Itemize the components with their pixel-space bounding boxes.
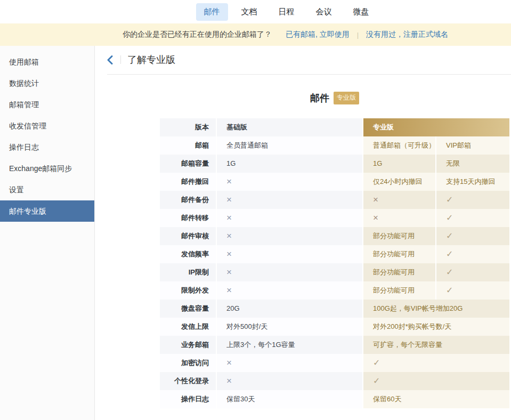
row-label: 发信上限 [160,318,216,336]
pro-value: VIP邮箱 [436,136,509,155]
sidebar-item-4[interactable]: 收发信管理 [0,115,94,136]
sidebar-item-8[interactable]: 邮件专业版 [0,200,94,222]
basic-value: 1G [217,155,362,173]
header-basic: 基础版 [217,118,362,136]
page-header: 了解专业版 [107,52,511,67]
row-label: 个性化登录 [160,372,216,390]
nav-tab-1[interactable]: 邮件 [196,3,228,21]
pro-check-icon: ✓ [363,372,509,390]
basic-cross-icon: × [217,372,362,390]
sidebar-item-6[interactable]: Exchange邮箱同步 [0,158,94,179]
basic-cross-icon: × [217,227,362,245]
pro-cross-icon: × [363,209,435,227]
pro-value: 1G [363,155,435,173]
sidebar-item-3[interactable]: 邮箱管理 [0,94,94,115]
nav-tab-4[interactable]: 会议 [316,3,332,21]
row-label: 邮件审核 [160,227,216,245]
header-version: 版本 [160,118,216,136]
sidebar-item-1[interactable]: 使用邮箱 [0,51,94,72]
sidebar-item-7[interactable]: 设置 [0,179,94,200]
banner-question: 你的企业是否已经有正在使用的企业邮箱了？ [123,30,272,39]
comparison-table: 版本基础版专业版邮箱全员普通邮箱普通邮箱（可升级）VIP邮箱邮箱容量1G1G无限… [160,118,509,408]
nav-tab-5[interactable]: 微盘 [353,3,369,21]
row-label: 业务邮箱 [160,336,216,354]
row-label: 邮件转移 [160,209,216,227]
pro-check-icon: ✓ [363,354,509,372]
pro-value: 部分功能可用 [363,263,435,281]
main-content: 了解专业版 邮件专业版 版本基础版专业版邮箱全员普通邮箱普通邮箱（可升级）VIP… [95,46,511,420]
top-nav: 邮件文档日程会议微盘 [0,0,511,23]
banner-link-existing-mailbox[interactable]: 已有邮箱, 立即使用 [286,30,350,39]
table-title-text: 邮件 [310,93,329,103]
row-label: 发信频率 [160,245,216,263]
notice-banner: 你的企业是否已经有正在使用的企业邮箱了？ 已有邮箱, 立即使用 | 没有用过，注… [0,23,511,46]
pro-check-icon: ✓ [436,263,509,281]
basic-cross-icon: × [217,191,362,209]
chevron-left-icon [107,55,113,64]
nav-tab-2[interactable]: 文档 [241,3,257,21]
sidebar-item-2[interactable]: 数据统计 [0,72,94,94]
basic-value: 全员普通邮箱 [217,136,362,155]
basic-cross-icon: × [217,354,362,372]
pro-value: 100G起，每VIP帐号增加20G [363,300,509,318]
sidebar-item-5[interactable]: 操作日志 [0,136,94,158]
basic-value: 对外500封/天 [217,318,362,336]
pro-check-icon: ✓ [436,209,509,227]
pro-check-icon: ✓ [436,191,509,209]
pro-value: 普通邮箱（可升级） [363,136,435,155]
page-title: 了解专业版 [127,53,175,66]
basic-cross-icon: × [217,173,362,191]
pro-value: 仅24小时内撤回 [363,173,435,191]
basic-cross-icon: × [217,281,362,300]
pro-check-icon: ✓ [436,245,509,263]
nav-tabs: 邮件文档日程会议微盘 [193,3,380,21]
basic-cross-icon: × [217,245,362,263]
table-title: 邮件专业版 [160,92,509,106]
row-label: 微盘容量 [160,300,216,318]
basic-value: 保留30天 [217,390,362,408]
pro-value: 部分功能可用 [363,281,435,300]
header-pro: 专业版 [363,118,509,136]
banner-link-register-domain[interactable]: 没有用过，注册正式域名 [366,30,448,39]
pro-cross-icon: × [363,191,435,209]
pro-check-icon: ✓ [436,227,509,245]
banner-separator: | [357,31,359,39]
basic-cross-icon: × [217,209,362,227]
row-label: 邮件撤回 [160,173,216,191]
pro-value: 无限 [436,155,509,173]
row-label: 限制外发 [160,281,216,300]
basic-value: 上限3个，每个1G容量 [217,336,362,354]
pro-value: 对外200封*购买帐号数/天 [363,318,509,336]
row-label: 操作日志 [160,390,216,408]
basic-cross-icon: × [217,263,362,281]
pro-badge: 专业版 [334,92,359,104]
pro-check-icon: ✓ [436,281,509,300]
header-divider [120,55,121,64]
pro-value: 部分功能可用 [363,227,435,245]
back-button[interactable] [107,55,116,64]
row-label: 邮箱容量 [160,155,216,173]
row-label: IP限制 [160,263,216,281]
nav-tab-3[interactable]: 日程 [279,3,295,21]
header-rule [107,74,511,75]
pro-value: 可扩容，每个无限容量 [363,336,509,354]
row-label: 邮箱 [160,136,216,155]
sidebar: 使用邮箱数据统计邮箱管理收发信管理操作日志Exchange邮箱同步设置邮件专业版 [0,46,95,420]
pro-value: 部分功能可用 [363,245,435,263]
row-label: 加密访问 [160,354,216,372]
pro-value: 支持15天内撤回 [436,173,509,191]
basic-value: 20G [217,300,362,318]
row-label: 邮件备份 [160,191,216,209]
pro-value: 保留60天 [363,390,509,408]
